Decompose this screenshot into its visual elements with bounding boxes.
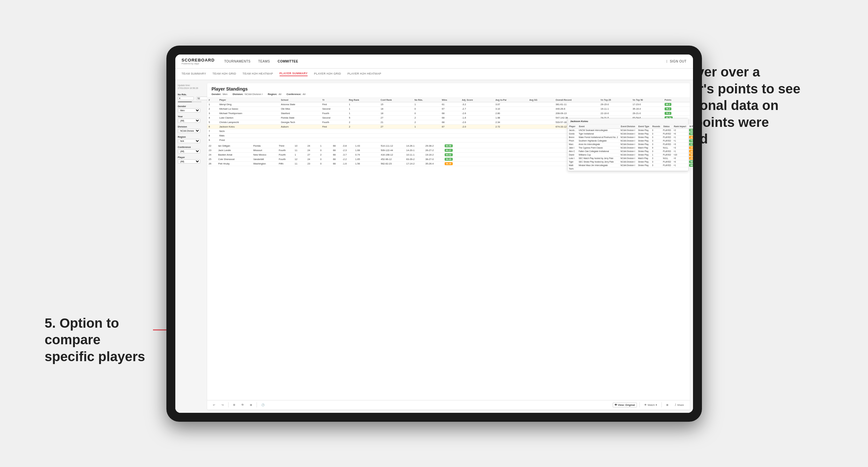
- col-no-rds: No Rds.: [413, 98, 440, 102]
- nav-committee[interactable]: COMMITTEE: [278, 60, 298, 63]
- nav-links: TOURNAMENTS TEAMS COMMITTEE: [224, 60, 666, 63]
- player-label: Player: [178, 156, 202, 159]
- sidebar-player: Player (All): [178, 156, 202, 163]
- popup-row: Jake I The Cypress Point Classic NCAA Di…: [568, 146, 690, 150]
- col-conf-rank: Conf Rank: [379, 98, 413, 102]
- popup-points[interactable]: 34.11: [689, 146, 690, 149]
- popup-points[interactable]: 73.23: [689, 139, 690, 142]
- top-nav: SCOREBOARD Powered by clippi TOURNAMENTS…: [175, 55, 693, 68]
- subnav-player-h2h-heatmap[interactable]: PLAYER H2H HEATMAP: [347, 72, 381, 76]
- table-row: 1 Wenyi Ding Arizona State First 1 15 1 …: [207, 102, 690, 106]
- popup-points[interactable]: 55.44: [689, 129, 690, 132]
- subnav-player-h2h-grid[interactable]: PLAYER H2H GRID: [314, 72, 341, 76]
- watch-button[interactable]: 👁 Watch ▾: [642, 403, 659, 407]
- popup-points[interactable]: 66.40: [689, 164, 690, 167]
- conference-label: Conference: [178, 146, 202, 149]
- col-overall: Overall Record: [554, 98, 599, 102]
- sidebar-conference: Conference (All): [178, 146, 202, 153]
- col-yr: Yr: [321, 98, 347, 102]
- clock-button[interactable]: 🕐: [259, 403, 267, 407]
- copy-button[interactable]: ⧉: [240, 402, 245, 407]
- content-panel: Player Standings Gender: Men Division: N…: [207, 83, 690, 410]
- points-badge[interactable]: 58.49: [445, 162, 453, 165]
- conference-select[interactable]: (All): [178, 149, 200, 153]
- col-player: Player: [218, 98, 279, 102]
- popup-points[interactable]: 25.90: [689, 157, 690, 160]
- subnav-player-summary[interactable]: PLAYER SUMMARY: [280, 72, 308, 76]
- no-rds-label: No Rds.: [178, 93, 202, 96]
- popup-row: Luke I SEC Match Play hosted by Jerry Pa…: [568, 157, 690, 160]
- popup-points[interactable]: 40.7: [689, 136, 690, 139]
- points-badge[interactable]: 88.2: [664, 103, 672, 106]
- popup-row: Gordo Tiger Invitational NCAA Division I…: [568, 132, 690, 135]
- popup-row: Phich Southern Highlands Collegiate NCAA…: [568, 139, 690, 143]
- points-badge[interactable]: 70.2: [664, 112, 672, 115]
- nav-teams[interactable]: TEAMS: [258, 60, 270, 63]
- undo-button[interactable]: ↩: [211, 403, 217, 407]
- update-time: Update time: 27/01/2024 16:56:26: [178, 84, 202, 90]
- popup-row: Marc Amer An Intercollegiate NCAA Divisi…: [568, 143, 690, 146]
- col-rank: #: [207, 98, 218, 102]
- compare-button[interactable]: ⊞: [664, 403, 670, 407]
- subnav-team-h2h-grid[interactable]: TEAM H2H GRID: [212, 72, 236, 76]
- event-popup-table: Player Event Event Division Event Type R…: [568, 124, 690, 171]
- popup-points[interactable]: 56.18: [689, 160, 690, 163]
- filter-conference: Conference: All: [286, 93, 306, 96]
- division-select[interactable]: NCAA Division I: [178, 129, 200, 133]
- nav-tournaments[interactable]: TOURNAMENTS: [224, 60, 251, 63]
- year-label: Year: [178, 115, 202, 118]
- logo-area: SCOREBOARD Powered by clippi: [182, 58, 215, 65]
- year-select[interactable]: (All): [178, 119, 200, 123]
- share-button[interactable]: ⤴ Share: [673, 403, 686, 407]
- col-vs-top50: Vs Top 50: [631, 98, 663, 102]
- pipe-separator: |: [666, 60, 667, 63]
- gender-select[interactable]: Men: [178, 108, 200, 113]
- popup-row: David Williams Cup NCAA Division I Strok…: [568, 153, 690, 157]
- no-rds-min-input[interactable]: [178, 97, 194, 100]
- gender-label: Gender: [178, 105, 202, 108]
- logo-sub: Powered by clippi: [182, 62, 215, 65]
- col-adj-score: Adj. Score: [460, 98, 494, 102]
- sidebar-year: Year (All): [178, 115, 202, 123]
- bottom-toolbar: ↩ ↪ ⚙ ⧉ ⊞ 🕐 👁 View: Original 👁 Watch ▾ ⊞…: [207, 400, 690, 410]
- popup-row: Matti Mirabel Maui Jim Intercollegiate N…: [568, 163, 690, 167]
- filter-gender: Gender: Men: [212, 93, 227, 96]
- popup-row: Tierh: [568, 167, 690, 170]
- sign-out-link[interactable]: Sign out: [670, 60, 686, 63]
- filter-row-header: Gender: Men Division: NCAA Division I Re…: [212, 93, 685, 96]
- popup-points[interactable]: 30.47: [689, 153, 690, 156]
- division-label: Division: [178, 125, 202, 128]
- no-rds-slider[interactable]: [178, 101, 202, 102]
- popup-row: Alex C Fallen Oak Collegiate Invitationa…: [568, 150, 690, 153]
- points-badge[interactable]: 60.02: [445, 153, 453, 156]
- extra-button[interactable]: ⊞: [248, 403, 254, 407]
- region-select[interactable]: N/A: [178, 139, 200, 143]
- panel-title: Player Standings: [212, 86, 685, 92]
- popup-header-row: Player Event Event Division Event Type R…: [568, 124, 690, 129]
- popup-points[interactable]: 53.60: [689, 132, 690, 135]
- points-badge[interactable]: 60.27: [445, 149, 453, 152]
- table-row: 3 Michael Thorbjornsen Stanford Fourth 1…: [207, 111, 690, 115]
- popup-row: Brenn Wake Forest Invitational at Pinehu…: [568, 135, 690, 139]
- subnav-team-h2h-heatmap[interactable]: TEAM H2H HEATMAP: [243, 72, 273, 76]
- toolbar-separator-1: [228, 402, 228, 407]
- event-popup-header: Jackson Koivu: [568, 119, 688, 124]
- points-badge[interactable]: 59.95: [445, 158, 453, 161]
- tablet-device: SCOREBOARD Powered by clippi TOURNAMENTS…: [166, 45, 702, 422]
- view-original-button[interactable]: 👁 View: Original: [613, 403, 637, 407]
- redo-button[interactable]: ↪: [220, 403, 226, 407]
- settings-button[interactable]: ⚙: [231, 403, 237, 407]
- col-reg-rank: Reg Rank: [347, 98, 379, 102]
- popup-row: Jacob... UNCW Seahawk Intercollegiate NC…: [568, 128, 690, 132]
- col-wins: Wins: [440, 98, 460, 102]
- tablet-screen: SCOREBOARD Powered by clippi TOURNAMENTS…: [175, 55, 693, 413]
- points-badge[interactable]: 60.58: [445, 145, 453, 147]
- subnav-team-summary[interactable]: TEAM SUMMARY: [182, 72, 206, 76]
- sidebar-region: Region N/A: [178, 135, 202, 143]
- player-select[interactable]: (All): [178, 159, 200, 163]
- sidebar-gender: Gender Men: [178, 105, 202, 113]
- popup-points[interactable]: 57.57: [689, 143, 690, 146]
- popup-player-name: Jackson Koivu: [570, 120, 588, 123]
- points-badge[interactable]: 76.2: [664, 107, 672, 110]
- popup-points[interactable]: 44.92: [689, 150, 690, 153]
